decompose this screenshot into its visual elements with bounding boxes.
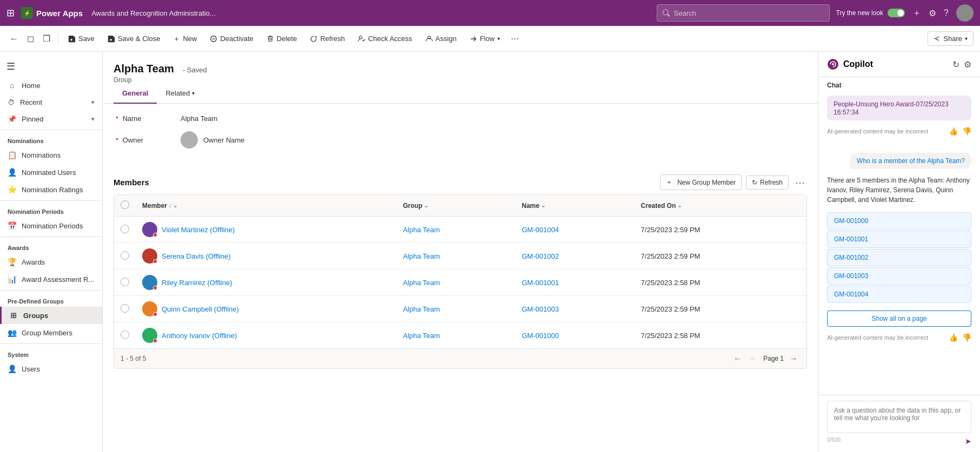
spacer <box>827 142 971 146</box>
copilot-refresh-icon[interactable]: ↻ <box>952 59 959 70</box>
name-link[interactable]: GM-001002 <box>522 252 559 260</box>
group-link[interactable]: Alpha Team <box>403 226 439 234</box>
send-icon[interactable]: ➤ <box>965 437 971 446</box>
row-checkbox[interactable] <box>121 225 129 233</box>
group-link[interactable]: Alpha Team <box>403 252 439 260</box>
chat-history-item[interactable]: People-Unsung Hero Award-07/25/2023 16:5… <box>827 96 971 120</box>
settings-icon[interactable]: ⚙ <box>929 8 936 18</box>
sidebar-item-award-assessment[interactable]: 📊 Award Assessment R... <box>0 271 102 288</box>
save-close-icon <box>108 35 115 43</box>
col-name-header[interactable]: Name ⌄ <box>515 195 634 217</box>
member-name-link[interactable]: Riley Ramirez (Offline) <box>162 279 232 287</box>
tab-general[interactable]: General <box>114 84 157 104</box>
sidebar-item-group-members[interactable]: 👥 Group Members <box>0 324 102 341</box>
thumbs-down-bottom-icon[interactable]: 👎 <box>962 333 971 342</box>
name-link[interactable]: GM-001004 <box>522 226 559 234</box>
sidebar-item-nomination-ratings[interactable]: ⭐ Nomination Ratings <box>0 181 102 198</box>
name-link[interactable]: GM-001000 <box>522 332 559 340</box>
assign-icon <box>425 35 433 43</box>
member-name-link[interactable]: Serena Davis (Offline) <box>162 252 231 260</box>
more-options-button[interactable]: ··· <box>508 33 522 44</box>
copilot-link[interactable]: GM-001003 <box>827 267 971 285</box>
member-name-link[interactable]: Violet Martinez (Offline) <box>162 226 235 234</box>
sidebar-divider-4 <box>0 290 102 291</box>
copilot-settings-icon[interactable]: ⚙ <box>964 59 971 70</box>
tab-general-label: General <box>122 89 148 97</box>
col-group-header[interactable]: Group ⌄ <box>396 195 515 217</box>
sidebar-item-nominations[interactable]: 📋 Nominations <box>0 146 102 164</box>
add-icon[interactable]: ＋ <box>912 8 921 19</box>
save-button[interactable]: Save <box>63 32 100 45</box>
row-checkbox-cell <box>114 322 136 349</box>
first-page-button[interactable]: ⇤ <box>732 353 744 364</box>
copilot-link[interactable]: GM-001004 <box>827 286 971 303</box>
row-checkbox[interactable] <box>121 251 129 260</box>
sidebar-menu-button[interactable]: ☰ <box>0 56 102 77</box>
member-cell: Serena Davis (Offline) <box>136 243 396 269</box>
help-icon[interactable]: ? <box>944 8 949 18</box>
search-bar[interactable] <box>657 4 830 22</box>
flow-button[interactable]: Flow ▾ <box>464 32 505 45</box>
refresh-button[interactable]: Refresh <box>304 32 350 45</box>
member-avatar <box>142 222 157 237</box>
sidebar-item-groups[interactable]: ⊞ Groups <box>0 307 102 324</box>
check-access-icon <box>358 35 365 43</box>
sidebar-item-users[interactable]: 👤 Users <box>0 360 102 377</box>
new-group-member-button[interactable]: ＋ New Group Member <box>660 174 742 190</box>
name-link[interactable]: GM-001003 <box>522 305 559 313</box>
row-checkbox[interactable] <box>121 278 129 286</box>
delete-button[interactable]: Delete <box>261 32 303 45</box>
sidebar-divider-5 <box>0 343 102 344</box>
deactivate-button[interactable]: Deactivate <box>204 32 258 45</box>
nav-page-button[interactable]: ◻ <box>24 31 37 46</box>
row-checkbox-cell <box>114 296 136 322</box>
copilot-link[interactable]: GM-001002 <box>827 249 971 266</box>
show-all-label: Show all on a page <box>871 315 926 322</box>
sidebar-recent-toggle[interactable]: ⏱ Recent ▾ <box>0 94 102 111</box>
group-link[interactable]: Alpha Team <box>403 332 439 340</box>
name-cell: GM-001000 <box>515 322 634 349</box>
save-close-button[interactable]: Save & Close <box>102 32 166 45</box>
check-access-button[interactable]: Check Access <box>352 32 418 45</box>
nav-expand-button[interactable]: ❐ <box>39 31 54 46</box>
col-created-header[interactable]: Created On ⌄ <box>635 195 806 217</box>
apps-menu-icon[interactable]: ⊞ <box>6 7 15 19</box>
new-look-toggle[interactable] <box>888 9 905 17</box>
group-cell: Alpha Team <box>396 217 515 243</box>
page-title: Alpha Team <box>114 63 174 75</box>
copilot-link[interactable]: GM-001000 <box>827 212 971 230</box>
thumbs-up-icon[interactable]: 👍 <box>949 127 958 136</box>
sidebar-item-nomination-periods[interactable]: 📅 Nomination Periods <box>0 217 102 234</box>
header-checkbox[interactable] <box>121 200 129 209</box>
name-link[interactable]: GM-001001 <box>522 279 559 287</box>
sidebar-item-home[interactable]: ⌂ Home <box>0 77 102 94</box>
sidebar-pinned-toggle[interactable]: 📌 Pinned ▾ <box>0 111 102 127</box>
members-more-icon[interactable]: ⋯ <box>793 177 807 188</box>
sidebar-item-nominated-users[interactable]: 👤 Nominated Users <box>0 164 102 181</box>
copilot-link[interactable]: GM-001001 <box>827 231 971 248</box>
assign-button[interactable]: Assign <box>420 32 462 45</box>
group-link[interactable]: Alpha Team <box>403 305 439 313</box>
prev-page-button[interactable]: ← <box>747 353 760 364</box>
user-message-row: Who is a member of the Alpha Team? <box>827 153 971 169</box>
sidebar-item-awards[interactable]: 🏆 Awards <box>0 253 102 271</box>
row-checkbox[interactable] <box>121 304 129 313</box>
next-page-button[interactable]: → <box>787 353 800 364</box>
group-link[interactable]: Alpha Team <box>403 279 439 287</box>
col-member-header[interactable]: Member ↕ ⌄ <box>136 195 396 217</box>
search-input[interactable] <box>674 9 824 17</box>
member-name-link[interactable]: Anthony Ivanov (Offline) <box>162 332 237 340</box>
row-checkbox[interactable] <box>121 330 129 339</box>
members-actions: ＋ New Group Member ↻ Refresh ⋯ <box>660 174 807 190</box>
members-refresh-button[interactable]: ↻ Refresh <box>746 176 789 190</box>
thumbs-up-bottom-icon[interactable]: 👍 <box>949 333 958 342</box>
new-button[interactable]: ＋ New <box>168 31 202 46</box>
member-name-link[interactable]: Quinn Campbell (Offline) <box>162 305 239 313</box>
thumbs-down-icon[interactable]: 👎 <box>962 127 971 136</box>
nav-back-button[interactable]: ← <box>6 32 22 46</box>
show-all-button[interactable]: Show all on a page <box>827 311 971 327</box>
share-button[interactable]: Share ▾ <box>928 31 974 46</box>
user-avatar[interactable] <box>956 4 974 22</box>
copilot-input[interactable] <box>827 401 971 433</box>
tab-related[interactable]: Related ▾ <box>157 84 203 104</box>
